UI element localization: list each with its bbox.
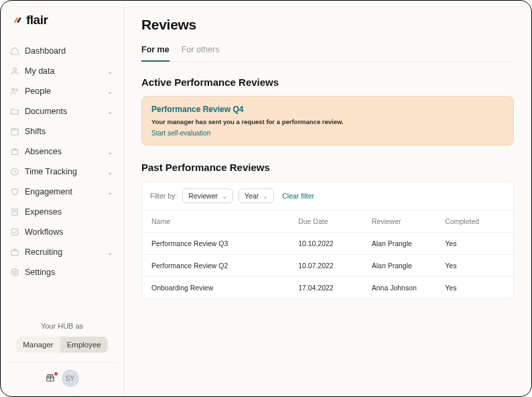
chevron-down-icon: ⌄ (222, 192, 227, 200)
svg-point-1 (12, 89, 15, 91)
tab-for-others[interactable]: For others (182, 45, 220, 61)
tab-for-me[interactable]: For me (141, 45, 170, 61)
cell-reviewer: Alan Prangle (372, 262, 446, 270)
chevron-down-icon: ⌄ (107, 108, 113, 115)
sidebar-item-people[interactable]: People ⌄ (7, 81, 117, 101)
clock-icon (10, 167, 19, 176)
sidebar-item-label: People (25, 87, 51, 96)
sidebar-item-label: Engagement (25, 187, 72, 196)
cell-completed: Yes (445, 239, 504, 247)
sidebar-item-label: My data (25, 66, 54, 76)
filter-year-label: Year (245, 192, 259, 200)
col-completed: Completed (445, 217, 504, 225)
sidebar-item-my-data[interactable]: My data ⌄ (7, 61, 117, 81)
sidebar-item-recruiting[interactable]: Recruiting ⌄ (7, 242, 117, 262)
chevron-down-icon: ⌄ (107, 148, 113, 156)
col-reviewer: Reviewer (372, 217, 446, 225)
chevron-down-icon: ⌄ (107, 88, 113, 95)
hub-role-label: Your HUB as (7, 322, 117, 330)
sidebar-item-absences[interactable]: Absences ⌄ (7, 141, 117, 162)
calendar-icon (10, 127, 19, 136)
sidebar-item-label: Workflows (25, 227, 63, 237)
active-reviews-title: Active Performance Reviews (141, 76, 514, 88)
gift-icon[interactable] (46, 373, 55, 384)
filter-row: Filter by: Reviewer ⌄ Year ⌄ Clear filte… (142, 182, 513, 211)
heart-icon (10, 187, 19, 196)
app-window: flair Dashboard My data ⌄ People ⌄ Docum… (0, 0, 532, 397)
receipt-icon (10, 207, 19, 217)
past-reviews-title: Past Performance Reviews (141, 162, 514, 173)
sidebar-item-workflows[interactable]: Workflows (7, 222, 117, 242)
person-icon (10, 66, 19, 76)
filter-by-label: Filter by: (150, 192, 177, 200)
sidebar-item-label: Settings (25, 268, 55, 277)
sidebar: flair Dashboard My data ⌄ People ⌄ Docum… (1, 1, 124, 396)
svg-rect-3 (11, 129, 19, 135)
suitcase-icon (10, 147, 19, 156)
col-due-date: Due Date (298, 217, 372, 225)
chevron-down-icon: ⌄ (263, 192, 268, 200)
active-review-card: Performance Review Q4 Your manager has s… (141, 96, 514, 146)
svg-rect-8 (11, 251, 19, 256)
svg-point-9 (13, 271, 16, 274)
svg-point-2 (15, 89, 17, 91)
review-card-desc: Your manager has sent you a request for … (151, 118, 504, 125)
logo-icon (13, 15, 22, 25)
filter-reviewer-button[interactable]: Reviewer ⌄ (182, 188, 233, 203)
role-toggle: Manager Employee (16, 337, 108, 353)
folder-icon (10, 107, 19, 116)
cell-due-date: 10.07.2022 (298, 262, 372, 270)
clear-filter-link[interactable]: Clear filter (282, 192, 314, 200)
table-row[interactable]: Performance Review Q3 10.10.2022 Alan Pr… (142, 233, 513, 255)
sidebar-item-engagement[interactable]: Engagement ⌄ (7, 182, 117, 202)
sidebar-item-label: Recruiting (25, 247, 62, 257)
gear-icon (10, 268, 19, 277)
table-row[interactable]: Onboarding Review 17.04.2022 Anna Johnso… (142, 277, 513, 298)
col-name: Name (151, 217, 298, 225)
cell-completed: Yes (445, 284, 504, 292)
sidebar-item-dashboard[interactable]: Dashboard (7, 41, 117, 61)
sidebar-footer: SY (7, 362, 117, 391)
review-card-title: Performance Review Q4 (151, 105, 504, 114)
sidebar-item-label: Expenses (25, 207, 62, 217)
tabs: For me For others (141, 45, 514, 62)
logo-text: flair (26, 13, 48, 27)
past-reviews-table: Filter by: Reviewer ⌄ Year ⌄ Clear filte… (141, 181, 514, 299)
sidebar-item-documents[interactable]: Documents ⌄ (7, 101, 117, 121)
sidebar-item-label: Absences (25, 147, 62, 156)
sidebar-item-expenses[interactable]: Expenses (7, 202, 117, 222)
avatar[interactable]: SY (62, 370, 79, 387)
cell-completed: Yes (445, 262, 504, 270)
hub-role-section: Your HUB as Manager Employee (7, 322, 117, 362)
nav: Dashboard My data ⌄ People ⌄ Documents ⌄… (7, 41, 117, 315)
sidebar-item-label: Shifts (25, 127, 46, 136)
sidebar-item-label: Dashboard (25, 46, 66, 56)
filter-year-button[interactable]: Year ⌄ (239, 188, 274, 203)
cell-name: Onboarding Review (151, 284, 298, 292)
role-option-manager[interactable]: Manager (16, 337, 60, 353)
sidebar-item-time-tracking[interactable]: Time Tracking ⌄ (7, 162, 117, 182)
sidebar-item-settings[interactable]: Settings (7, 262, 117, 282)
cell-reviewer: Anna Johnson (372, 284, 446, 292)
table-header: Name Due Date Reviewer Completed (142, 211, 513, 233)
table-row[interactable]: Performance Review Q2 10.07.2022 Alan Pr… (142, 255, 513, 277)
page-title: Reviews (141, 17, 514, 33)
start-self-evaluation-link[interactable]: Start self-evaluation (151, 129, 504, 137)
check-icon (10, 227, 19, 237)
people-icon (10, 87, 19, 96)
sidebar-item-label: Time Tracking (25, 167, 77, 176)
svg-rect-7 (11, 229, 17, 235)
cell-reviewer: Alan Prangle (372, 239, 446, 247)
sidebar-item-label: Documents (25, 107, 67, 116)
cell-name: Performance Review Q3 (151, 239, 298, 247)
chevron-down-icon: ⌄ (107, 188, 113, 196)
svg-rect-4 (11, 150, 17, 155)
role-option-employee[interactable]: Employee (60, 337, 108, 353)
logo: flair (7, 13, 117, 27)
sidebar-item-shifts[interactable]: Shifts (7, 121, 117, 141)
svg-point-0 (13, 68, 17, 71)
filter-reviewer-label: Reviewer (188, 192, 218, 200)
chevron-down-icon: ⌄ (107, 168, 113, 176)
chevron-down-icon: ⌄ (107, 249, 113, 256)
cell-name: Performance Review Q2 (151, 262, 298, 270)
